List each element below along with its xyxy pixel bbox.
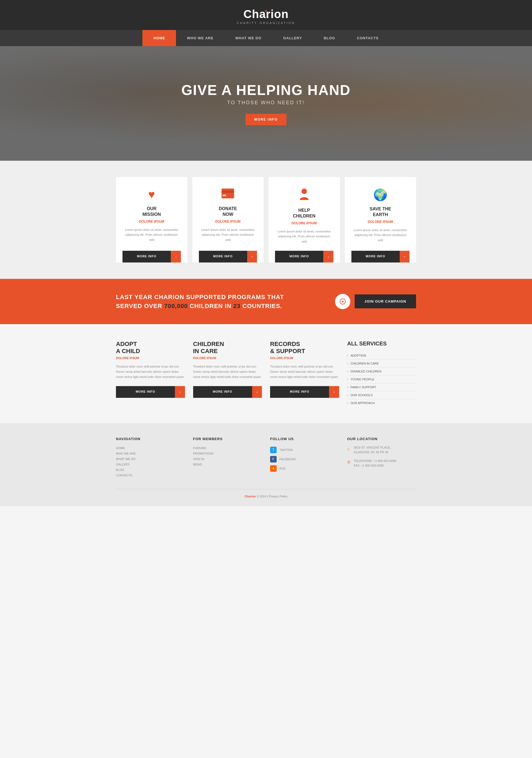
- more-info-button-records[interactable]: MORE INFO: [270, 386, 329, 398]
- hero-section: GIVE A HELPING HAND TO THOSE WHO NEED IT…: [0, 46, 532, 161]
- site-footer: NAVIGATION HOME WHO WE ARE WHAT WE DO GA…: [0, 423, 532, 506]
- all-services-list: › ADOPTION › CHILDREN IN CARE › DISABLED…: [347, 352, 416, 407]
- footer-location: OUR LOCATION ⌂ 3810 ST. VINCENT PLACE,GL…: [347, 437, 416, 478]
- more-info-button-earth[interactable]: MORE INFO: [351, 251, 400, 262]
- more-info-arrow-mission[interactable]: ›: [171, 251, 181, 262]
- card-title-donate: DONATENOW: [199, 206, 257, 218]
- footer-rss-link[interactable]: ✦ RSS: [270, 464, 339, 473]
- service-subtitle-adopt: DOLORE IPSUM: [116, 356, 185, 360]
- footer-members-signin[interactable]: SIGN IN: [193, 456, 262, 462]
- heart-icon: ♥: [122, 188, 181, 201]
- footer-nav-who[interactable]: WHO WE ARE: [116, 451, 185, 456]
- more-info-button-donate[interactable]: MORE INFO: [199, 251, 247, 262]
- service-subtitle-care: DOLORE IPSUM: [193, 356, 262, 360]
- footer-members-list: FORUMS PROMOTIONS SIGN IN NEWS: [193, 445, 262, 467]
- footer-members-promotions[interactable]: PROMOTIONS: [193, 451, 262, 456]
- footer-grid: NAVIGATION HOME WHO WE ARE WHAT WE DO GA…: [116, 437, 416, 478]
- footer-location-title: OUR LOCATION: [347, 437, 416, 441]
- card-text-donate: Lorem ipsum dolor sit amet, consectetur …: [199, 227, 257, 244]
- more-info-arrow-earth[interactable]: ›: [400, 251, 410, 262]
- nav-blog[interactable]: BLOG: [313, 30, 346, 46]
- more-info-arrow-care[interactable]: ›: [252, 386, 262, 398]
- nav-what-we-do[interactable]: WHAT WE DO: [224, 30, 272, 46]
- feature-cards-section: ♥ OURMISSION DOLORE IPSUM Lorem ipsum do…: [0, 161, 532, 279]
- card-more-btn-earth: MORE INFO ›: [351, 251, 410, 262]
- footer-members-forums[interactable]: FORUMS: [193, 445, 262, 451]
- services-section: ADOPTA CHILD DOLORE IPSUM Tincidunt dolo…: [0, 324, 532, 423]
- card-more-btn-children: MORE INFO ›: [275, 251, 333, 262]
- footer-nav-title: NAVIGATION: [116, 437, 185, 441]
- globe-icon: 🌍: [351, 188, 410, 201]
- card-help-children: HELPCHILDREN DOLORE IPSUM Lorem ipsum do…: [268, 177, 340, 262]
- footer-members: FOR MEMBERS FORUMS PROMOTIONS SIGN IN NE…: [193, 437, 262, 478]
- footer-twitter-link[interactable]: T TWITTER: [270, 445, 339, 455]
- address-text: 3810 ST. VINCENT PLACE,GLASGOW, DC 45 FR…: [354, 445, 391, 455]
- nav-contacts[interactable]: CONTACTS: [346, 30, 389, 46]
- footer-follow-title: FOLLOW US: [270, 437, 339, 441]
- facebook-label: FACEBOOK: [280, 458, 296, 461]
- campaign-button-wrapper: JOIN OUR CAMPAIGN: [335, 294, 416, 309]
- more-info-button-mission[interactable]: MORE INFO: [122, 251, 171, 262]
- footer-nav-what[interactable]: WHAT WE DO: [116, 456, 185, 462]
- campaign-section: LAST YEAR CHARION SUPPORTED PROGRAMS THA…: [0, 279, 532, 324]
- service-text-records: Tincidunt dolor nunc velit pulvinar ut i…: [270, 364, 339, 379]
- services-grid: ADOPTA CHILD DOLORE IPSUM Tincidunt dolo…: [116, 340, 416, 407]
- more-info-arrow-children[interactable]: ›: [323, 251, 333, 262]
- card-text-children: Lorem ipsum dolor sit amet, consectetur …: [275, 229, 333, 244]
- more-info-button-care[interactable]: MORE INFO: [193, 386, 252, 398]
- card-more-btn-donate: MORE INFO ›: [199, 251, 257, 262]
- site-header: Charion ♥ CHARITY ORGANIZATION: [0, 0, 532, 30]
- service-list-item-schools[interactable]: › OUR SCHOOLS: [347, 391, 416, 399]
- more-info-arrow-records[interactable]: ›: [329, 386, 339, 398]
- logo-heart-icon: ♥: [265, 9, 267, 13]
- service-more-btn-care: MORE INFO ›: [193, 386, 262, 398]
- more-info-arrow-donate[interactable]: ›: [247, 251, 257, 262]
- all-services-panel: ALL SERVICES › ADOPTION › CHILDREN IN CA…: [347, 340, 416, 407]
- chevron-icon-adoption: ›: [347, 354, 349, 358]
- site-logo: Charion ♥: [243, 8, 289, 21]
- service-title-records: RECORDS& SUPPORT: [270, 340, 339, 355]
- card-title-mission: OURMISSION: [122, 206, 181, 218]
- card-subtitle-mission: DOLORE IPSUM: [122, 220, 181, 224]
- campaign-number: 700,000: [164, 303, 188, 309]
- footer-nav-list: HOME WHO WE ARE WHAT WE DO GALLERY BLOG …: [116, 445, 185, 478]
- footer-nav-home[interactable]: HOME: [116, 445, 185, 451]
- service-list-item-disabled[interactable]: › DISABLED CHILDREN: [347, 367, 416, 375]
- more-info-button-children[interactable]: MORE INFO: [275, 251, 323, 262]
- twitter-icon: T: [270, 447, 277, 453]
- address-icon: ⌂: [347, 446, 351, 452]
- nav-who-we-are[interactable]: WHO WE ARE: [176, 30, 224, 46]
- service-list-item-adoption[interactable]: › ADOPTION: [347, 352, 416, 360]
- nav-home[interactable]: HOME: [143, 30, 176, 46]
- footer-facebook-link[interactable]: f FACEBOOK: [270, 455, 339, 464]
- person-icon: [275, 188, 333, 203]
- service-children-in-care: CHILDRENIN CARE DOLORE IPSUM Tincidunt d…: [193, 340, 262, 407]
- card-subtitle-earth: DOLORE IPSUM: [351, 220, 410, 224]
- service-list-item-children-in-care[interactable]: › CHILDREN IN CARE: [347, 360, 416, 367]
- card-title-children: HELPCHILDREN: [275, 208, 333, 219]
- hero-content: GIVE A HELPING HAND TO THOSE WHO NEED IT…: [182, 82, 351, 125]
- card-subtitle-donate: DOLORE IPSUM: [199, 220, 257, 224]
- footer-nav-blog[interactable]: BLOG: [116, 467, 185, 472]
- nav-gallery[interactable]: GALLERY: [272, 30, 313, 46]
- chevron-icon-disabled: ›: [347, 369, 349, 373]
- card-save-earth: 🌍 SAVE THEEARTH DOLORE IPSUM Lorem ipsum…: [345, 177, 416, 262]
- footer-nav-contacts[interactable]: CONTACTS: [116, 472, 185, 478]
- hero-more-info-button[interactable]: MORE INFO: [246, 114, 286, 125]
- service-list-item-approach[interactable]: › OUR APPROACH: [347, 399, 416, 407]
- rss-icon: ✦: [270, 465, 277, 472]
- service-subtitle-records: DOLORE IPSUM: [270, 356, 339, 360]
- join-campaign-button[interactable]: JOIN OUR CAMPAIGN: [355, 294, 416, 308]
- service-text-care: Tincidunt dolor nunc velit pulvinar ut i…: [193, 364, 262, 379]
- more-info-button-adopt[interactable]: MORE INFO: [116, 386, 175, 398]
- service-list-item-family[interactable]: › FAMILY SUPPORT: [347, 383, 416, 391]
- phone-icon: ✆: [347, 459, 351, 465]
- hero-title: GIVE A HELPING HAND: [182, 82, 351, 98]
- footer-members-news[interactable]: NEWS: [193, 462, 262, 467]
- service-list-item-young[interactable]: › YOUNG PEOPLE: [347, 375, 416, 383]
- more-info-arrow-adopt[interactable]: ›: [175, 386, 185, 398]
- footer-nav-gallery[interactable]: GALLERY: [116, 462, 185, 467]
- chevron-icon-family: ›: [347, 385, 349, 389]
- footer-bottom: Charion © 2014 | Privacy Policy: [116, 489, 416, 498]
- site-tagline: CHARITY ORGANIZATION: [0, 21, 532, 24]
